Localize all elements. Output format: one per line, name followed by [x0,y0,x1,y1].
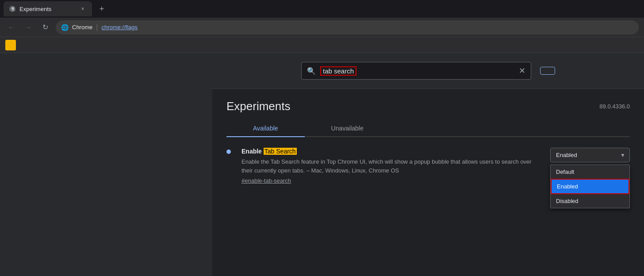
experiment-body: Enable Tab Search Enable the Tab Search … [242,148,540,184]
search-clear-button[interactable]: ✕ [519,66,525,76]
chrome-label: Chrome [72,24,92,31]
tabs-row: Available Unavailable [226,120,630,137]
search-area: 🔍 tab search ✕ [212,53,644,89]
page-title: Experiments [226,100,291,113]
content-area: 🔍 tab search ✕ Experiments 89.0.4336.0 A… [212,53,644,276]
separator: | [96,23,98,31]
experiment-dropdown-container: Default Enabled Disabled ▼ Default Enabl… [550,148,630,162]
back-button[interactable]: ← [5,21,18,34]
search-input[interactable]: tab search [320,66,356,76]
addressbar: ← → ↻ 🌐 Chrome | chrome://flags [0,18,644,37]
new-tab-button[interactable]: + [96,3,108,15]
experiment-item: Enable Tab Search Enable the Tab Search … [226,148,630,184]
tab-close-button[interactable]: × [79,5,87,13]
tab-favicon-icon: ⚗ [9,5,16,12]
tab-available-label: Available [253,125,278,132]
titlebar: ⚗ Experiments × + [0,0,644,18]
omnibox[interactable]: 🌐 Chrome | chrome://flags [56,20,639,34]
search-icon: 🔍 [307,67,316,75]
experiment-dropdown[interactable]: Default Enabled Disabled [550,148,630,162]
experiment-description: Enable the Tab Search feature in Top Chr… [242,157,540,175]
experiment-name: Enable Tab Search [242,148,540,155]
experiment-link[interactable]: #enable-tab-search [242,177,540,184]
url-display[interactable]: chrome://flags [101,24,138,31]
tab-title-label: Experiments [19,6,75,12]
reset-all-button[interactable] [540,67,555,75]
bookmark-favicon[interactable] [5,40,16,50]
tab-unavailable[interactable]: Unavailable [305,120,390,136]
bookmarks-bar [0,37,644,53]
experiments-header: Experiments 89.0.4336.0 [212,89,644,113]
dropdown-menu-enabled[interactable]: Enabled [551,179,629,194]
browser-tab[interactable]: ⚗ Experiments × [4,1,92,16]
globe-icon: 🌐 [61,24,69,31]
version-label: 89.0.4336.0 [599,103,630,110]
dropdown-menu: Default Enabled Disabled [550,165,630,208]
reload-button[interactable]: ↻ [39,21,51,34]
sidebar [0,53,212,276]
experiment-status-dot [226,150,231,154]
tab-available[interactable]: Available [226,120,305,136]
forward-button[interactable]: → [22,21,34,34]
experiment-name-highlight: Tab Search [264,148,297,155]
dropdown-menu-disabled[interactable]: Disabled [551,194,629,208]
svg-text:⚗: ⚗ [11,7,15,12]
search-wrapper: 🔍 tab search ✕ [301,62,555,80]
dropdown-menu-default[interactable]: Default [551,165,629,179]
search-box[interactable]: 🔍 tab search ✕ [301,62,531,80]
tab-unavailable-label: Unavailable [331,125,364,132]
experiment-name-prefix: Enable [242,148,264,155]
main-content: 🔍 tab search ✕ Experiments 89.0.4336.0 A… [0,53,644,276]
